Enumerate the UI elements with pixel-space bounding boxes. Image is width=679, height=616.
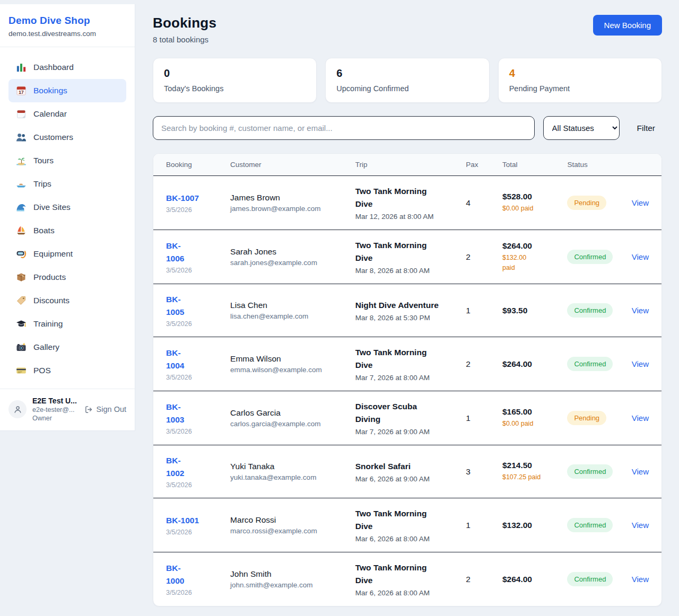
trip-cell: Two Tank Morning Dive Mar 6, 2026 at 8:0… bbox=[349, 498, 460, 552]
sidebar-item-boats[interactable]: Boats bbox=[8, 219, 126, 242]
sidebar-item-label: Tours bbox=[33, 156, 54, 165]
table-header-row: BookingCustomerTripPaxTotalStatus bbox=[153, 154, 661, 176]
action-cell: View bbox=[625, 498, 661, 552]
booking-id-link[interactable]: BK-1007 bbox=[166, 192, 199, 205]
shop-domain: demo.test.divestreams.com bbox=[8, 30, 126, 38]
total-amount: $93.50 bbox=[502, 306, 554, 315]
sidebar-item-trips[interactable]: Trips bbox=[8, 172, 126, 196]
sidebar-item-products[interactable]: Products bbox=[8, 266, 126, 289]
page-subtitle: 8 total bookings bbox=[153, 35, 216, 44]
filter-button[interactable]: Filter bbox=[630, 124, 662, 133]
user-footer: E2E Test U... e2e-tester@... Owner Sign … bbox=[0, 389, 135, 430]
status-cell: Confirmed bbox=[561, 445, 625, 498]
sidebar-item-label: Products bbox=[33, 272, 66, 282]
camera-icon bbox=[16, 342, 27, 353]
trip-name: Two Tank Morning Dive bbox=[355, 239, 439, 265]
trip-cell: Night Dive Adventure Mar 8, 2026 at 5:30… bbox=[349, 284, 460, 337]
total-amount: $528.00 bbox=[502, 192, 554, 201]
view-link[interactable]: View bbox=[632, 359, 649, 368]
status-cell: Confirmed bbox=[561, 337, 625, 391]
sign-out-button[interactable]: Sign Out bbox=[84, 405, 126, 414]
booking-id-link[interactable]: BK- 1004 bbox=[166, 347, 184, 372]
booking-id-link[interactable]: BK- 1003 bbox=[166, 401, 184, 426]
booking-date: 3/5/2026 bbox=[166, 529, 217, 536]
total-amount: $214.50 bbox=[502, 461, 554, 470]
booking-date: 3/5/2026 bbox=[166, 589, 217, 596]
action-cell: View bbox=[625, 284, 661, 337]
customer-email: yuki.tanaka@example.com bbox=[230, 473, 343, 481]
column-header-actions bbox=[625, 154, 661, 176]
tag-icon bbox=[16, 295, 27, 306]
trip-name: Snorkel Safari bbox=[355, 460, 439, 473]
user-info: E2E Test U... e2e-tester@... Owner bbox=[32, 397, 77, 422]
view-link[interactable]: View bbox=[632, 252, 649, 261]
customer-email: john.smith@example.com bbox=[230, 581, 343, 589]
booking-id-link[interactable]: BK- 1002 bbox=[166, 454, 184, 480]
column-header-total: Total bbox=[496, 154, 561, 176]
trip-name: Two Tank Morning Dive bbox=[355, 185, 439, 210]
customer-name: Emma Wilson bbox=[230, 354, 343, 364]
status-badge: Confirmed bbox=[567, 303, 613, 318]
view-link[interactable]: View bbox=[632, 198, 649, 207]
customer-cell: Emma Wilson emma.wilson@example.com bbox=[224, 337, 349, 391]
credit-card-icon bbox=[16, 365, 27, 376]
view-link[interactable]: View bbox=[632, 575, 649, 584]
view-link[interactable]: View bbox=[632, 306, 649, 315]
total-cell: $214.50 $107.25 paid bbox=[496, 445, 561, 498]
sidebar-item-gallery[interactable]: Gallery bbox=[8, 336, 126, 359]
action-cell: View bbox=[625, 337, 661, 391]
booking-date: 3/5/2026 bbox=[166, 374, 217, 381]
pax-cell: 4 bbox=[459, 176, 496, 230]
sidebar-item-calendar[interactable]: Calendar bbox=[8, 102, 126, 126]
booking-id-link[interactable]: BK- 1000 bbox=[166, 562, 184, 587]
view-link[interactable]: View bbox=[632, 521, 649, 530]
sidebar-item-bookings[interactable]: 17Bookings bbox=[8, 79, 126, 102]
people-icon bbox=[16, 132, 27, 143]
pax-cell: 1 bbox=[459, 391, 496, 445]
view-link[interactable]: View bbox=[632, 413, 649, 423]
total-amount: $264.00 bbox=[502, 575, 554, 584]
customer-cell: Sarah Jones sarah.jones@example.com bbox=[224, 230, 349, 284]
status-cell: Pending bbox=[561, 176, 625, 230]
sidebar-item-training[interactable]: Training bbox=[8, 312, 126, 336]
booking-cell: BK- 1003 3/5/2026 bbox=[153, 391, 224, 445]
booking-id-link[interactable]: BK- 1005 bbox=[166, 293, 184, 319]
sidebar-item-label: Dive Sites bbox=[33, 203, 71, 212]
booking-id-link[interactable]: BK- 1006 bbox=[166, 240, 184, 265]
customer-cell: Lisa Chen lisa.chen@example.com bbox=[224, 284, 349, 337]
status-select[interactable]: All Statuses bbox=[543, 116, 620, 140]
user-name: E2E Test U... bbox=[32, 397, 77, 405]
sidebar-item-dashboard[interactable]: Dashboard bbox=[8, 56, 126, 79]
trip-datetime: Mar 8, 2026 at 8:00 AM bbox=[355, 267, 454, 275]
trip-name: Two Tank Morning Dive bbox=[355, 346, 439, 372]
sidebar-item-customers[interactable]: Customers bbox=[8, 126, 126, 149]
trip-name: Two Tank Morning Dive bbox=[355, 561, 439, 587]
column-header-pax: Pax bbox=[459, 154, 496, 176]
booking-date: 3/5/2026 bbox=[166, 428, 217, 435]
calendar-icon bbox=[16, 109, 27, 119]
sidebar-item-label: Bookings bbox=[33, 86, 67, 95]
search-input[interactable] bbox=[153, 116, 535, 140]
booking-id-link[interactable]: BK-1001 bbox=[166, 514, 199, 527]
customer-email: carlos.garcia@example.com bbox=[230, 420, 343, 428]
new-booking-button[interactable]: New Booking bbox=[593, 15, 662, 36]
view-link[interactable]: View bbox=[632, 467, 649, 476]
person-icon bbox=[13, 404, 23, 415]
status-cell: Confirmed bbox=[561, 284, 625, 337]
sidebar-item-discounts[interactable]: Discounts bbox=[8, 289, 126, 312]
sidebar-item-tours[interactable]: Tours bbox=[8, 149, 126, 172]
customer-cell: James Brown james.brown@example.com bbox=[224, 176, 349, 230]
sidebar-item-equipment[interactable]: Equipment bbox=[8, 242, 126, 266]
action-cell: View bbox=[625, 230, 661, 284]
brand-header: Demo Dive Shop demo.test.divestreams.com bbox=[0, 4, 135, 47]
column-header-trip: Trip bbox=[349, 154, 460, 176]
customer-name: Lisa Chen bbox=[230, 301, 343, 310]
bookings-table: BookingCustomerTripPaxTotalStatus BK-100… bbox=[153, 154, 661, 606]
trip-datetime: Mar 8, 2026 at 5:30 PM bbox=[355, 314, 454, 322]
sidebar-item-label: Customers bbox=[33, 133, 73, 142]
sidebar-item-dive-sites[interactable]: Dive Sites bbox=[8, 196, 126, 219]
sidebar-item-pos[interactable]: POS bbox=[8, 359, 126, 382]
calendar-17-icon: 17 bbox=[16, 85, 27, 96]
pax-cell: 1 bbox=[459, 498, 496, 552]
stat-value: 6 bbox=[336, 67, 478, 80]
